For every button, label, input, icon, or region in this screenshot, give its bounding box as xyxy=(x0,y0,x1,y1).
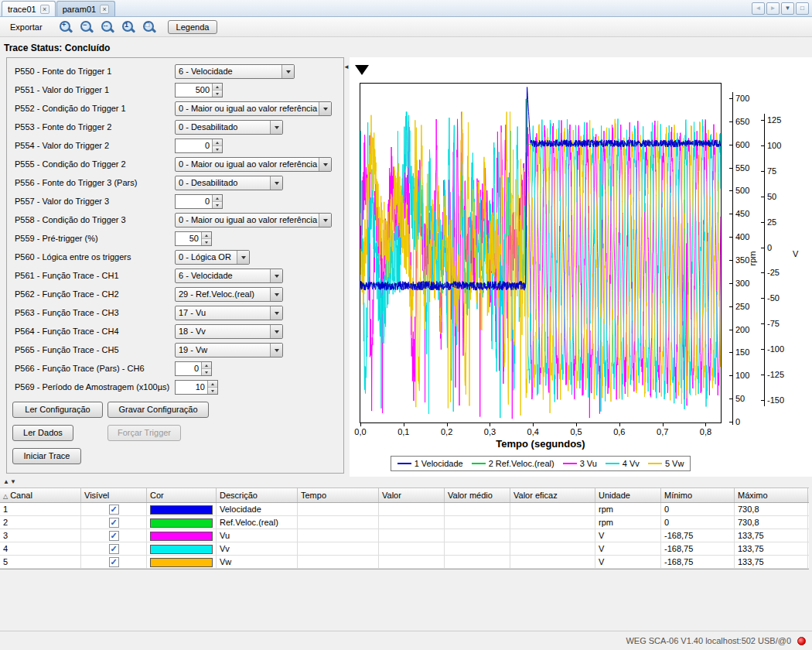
chevron-down-icon[interactable] xyxy=(270,176,282,190)
trigger-position-marker-icon[interactable] xyxy=(355,65,369,75)
zoom-original-button[interactable]: 1 xyxy=(119,19,138,36)
parameter-label: P550 - Fonte do Trigger 1 xyxy=(15,67,111,76)
parameter-label: P569 - Período de Amostragem (x100µs) xyxy=(15,382,169,392)
visible-checkbox[interactable]: ✓ xyxy=(109,557,119,567)
color-swatch[interactable] xyxy=(150,545,213,554)
parameter-spinner[interactable]: 0 xyxy=(175,139,223,153)
legend-item: 3 Vu xyxy=(563,459,597,468)
chevron-down-icon[interactable] xyxy=(237,251,249,264)
chevron-down-icon[interactable] xyxy=(270,269,282,282)
chevron-down-icon[interactable] xyxy=(270,121,282,134)
select-value: 0 - Maior ou igual ao valor referência xyxy=(176,102,319,115)
spinner-up-button[interactable] xyxy=(202,362,211,369)
column-header-maximo[interactable]: Máximo xyxy=(735,488,808,502)
parameter-select[interactable]: 0 - Desabilitado xyxy=(175,176,283,190)
column-header-minimo[interactable]: Mínimo xyxy=(661,488,735,502)
magnifier-sign: − xyxy=(80,20,90,30)
visible-checkbox[interactable]: ✓ xyxy=(109,531,119,541)
parameter-select[interactable]: 0 - Lógica OR xyxy=(175,250,250,265)
parameter-select[interactable]: 6 - Velocidade xyxy=(175,64,295,79)
iniciar-trace-button[interactable]: Iniciar Trace xyxy=(12,448,81,464)
column-header-valor-eficaz[interactable]: Valor eficaz xyxy=(510,488,595,502)
parameter-select[interactable]: 0 - Maior ou igual ao valor referência xyxy=(175,213,332,228)
parameter-select[interactable]: 29 - Ref.Veloc.(real) xyxy=(175,287,283,302)
spinner-down-button[interactable] xyxy=(202,239,211,245)
collapse-panel-icon[interactable]: ◄ xyxy=(343,63,350,70)
chevron-down-icon[interactable] xyxy=(270,325,282,338)
legenda-button[interactable]: Legenda xyxy=(168,20,218,34)
cell-unidade: V xyxy=(595,542,661,555)
zoom-selection-button[interactable]: □ xyxy=(140,19,159,36)
column-header-descricao[interactable]: Descrição xyxy=(217,488,298,502)
zoom-in-button[interactable]: + xyxy=(56,19,76,36)
chevron-down-icon[interactable] xyxy=(281,65,294,78)
parameter-spinner[interactable]: 0 xyxy=(175,194,223,209)
tab-list-dropdown-button[interactable]: ▼ xyxy=(781,2,794,15)
zoom-fit-button[interactable]: ↔ xyxy=(98,19,118,36)
spinner-down-button[interactable] xyxy=(208,388,217,394)
tab-close-icon[interactable]: × xyxy=(40,5,49,14)
chevron-down-icon[interactable] xyxy=(270,344,282,357)
parameter-select[interactable]: 19 - Vw xyxy=(175,343,283,358)
column-header-valor-medio[interactable]: Valor médio xyxy=(445,488,510,502)
parameter-select[interactable]: 0 - Maior ou igual ao valor referência xyxy=(175,101,332,116)
color-swatch[interactable] xyxy=(150,505,213,515)
parameter-spinner[interactable]: 50 xyxy=(175,231,212,246)
color-swatch[interactable] xyxy=(150,558,213,567)
chevron-down-icon[interactable] xyxy=(319,102,331,115)
horizontal-splitter[interactable]: ▲▼ xyxy=(0,477,812,488)
color-swatch[interactable] xyxy=(150,532,213,541)
parameter-spinner[interactable]: 500 xyxy=(175,83,223,98)
ler-configuracao-button[interactable]: Ler Configuração xyxy=(12,402,103,418)
splitter-collapse-icons[interactable]: ▲▼ xyxy=(3,478,17,485)
spinner-up-button[interactable] xyxy=(213,139,222,146)
column-header-canal[interactable]: △Canal xyxy=(0,488,81,502)
column-header-visivel[interactable]: Visível xyxy=(81,488,147,502)
column-header-tempo[interactable]: Tempo xyxy=(298,488,379,502)
visible-checkbox[interactable]: ✓ xyxy=(109,544,119,554)
chevron-down-icon[interactable] xyxy=(319,158,331,171)
tab-trace01[interactable]: trace01× xyxy=(2,1,56,16)
column-header-valor[interactable]: Valor xyxy=(379,488,445,502)
column-header-unidade[interactable]: Unidade xyxy=(595,488,661,502)
column-header-cor[interactable]: Cor xyxy=(147,488,217,502)
spinner-down-button[interactable] xyxy=(213,146,222,152)
exportar-menu[interactable]: Exportar xyxy=(3,20,49,34)
tab-close-icon[interactable]: × xyxy=(100,5,109,14)
spinner-down-button[interactable] xyxy=(213,91,222,97)
parameter-select[interactable]: 17 - Vu xyxy=(175,306,283,320)
spinner-up-button[interactable] xyxy=(213,195,222,202)
legend-item: 5 Vw xyxy=(648,459,684,468)
parameter-select[interactable]: 18 - Vv xyxy=(175,324,283,339)
parameter-select[interactable]: 0 - Maior ou igual ao valor referência xyxy=(175,157,332,172)
spinner-up-button[interactable] xyxy=(208,381,217,388)
chevron-down-icon[interactable] xyxy=(319,214,331,227)
table-row[interactable]: 3✓VuV-168,75133,75 xyxy=(0,529,809,542)
visible-checkbox[interactable]: ✓ xyxy=(109,518,119,528)
parameter-row: P565 - Função Trace - CH519 - Vw xyxy=(7,341,343,360)
parameter-spinner[interactable]: 0 xyxy=(175,361,212,376)
table-row[interactable]: 5✓VwV-168,75133,75 xyxy=(0,556,809,569)
table-row[interactable]: 2✓Ref.Veloc.(real)rpm0730,8 xyxy=(0,516,809,529)
chevron-down-icon[interactable] xyxy=(270,288,282,301)
parameter-select[interactable]: 0 - Desabilitado xyxy=(175,120,283,135)
ler-dados-button[interactable]: Ler Dados xyxy=(12,425,73,441)
rpm-tick-mark xyxy=(729,352,732,353)
parameter-select[interactable]: 6 - Velocidade xyxy=(175,269,283,283)
zoom-out-button[interactable]: − xyxy=(77,19,97,36)
parameter-spinner[interactable]: 10 xyxy=(175,380,218,395)
spinner-down-button[interactable] xyxy=(202,369,211,375)
gravar-configuracao-button[interactable]: Gravar Configuração xyxy=(107,402,209,418)
spinner-down-button[interactable] xyxy=(213,202,222,208)
table-row[interactable]: 4✓VvV-168,75133,75 xyxy=(0,542,809,556)
table-row[interactable]: 1✓Velocidaderpm0730,8 xyxy=(0,503,809,516)
spinner-up-button[interactable] xyxy=(202,232,211,239)
spinner-up-button[interactable] xyxy=(213,84,222,91)
visible-checkbox[interactable]: ✓ xyxy=(109,505,119,515)
tab-param01[interactable]: param01× xyxy=(56,1,115,16)
color-swatch[interactable] xyxy=(150,518,213,528)
trace-plot[interactable] xyxy=(360,84,721,422)
chevron-down-icon[interactable] xyxy=(270,306,282,320)
v-axis-line xyxy=(764,114,765,406)
maximize-view-button[interactable]: □ xyxy=(796,2,809,15)
